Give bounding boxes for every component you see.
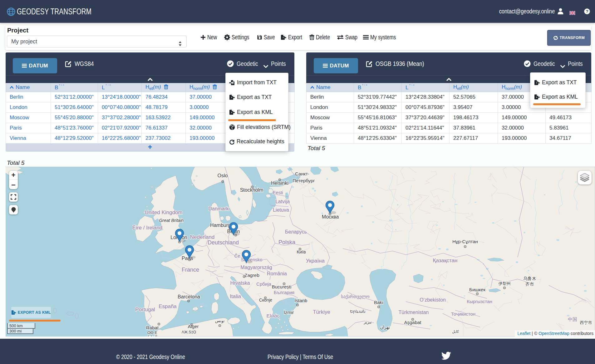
svg-text:Oslo: Oslo [218, 173, 228, 178]
svg-text:تهران: تهران [380, 325, 390, 330]
svg-text:Қазақстан: Қазақстан [433, 258, 458, 263]
svg-text:Україна: Україна [306, 258, 325, 264]
svg-text:Скопје: Скопје [259, 298, 273, 303]
svg-text:كابل: كابل [452, 329, 459, 334]
svg-text:Hrvatska: Hrvatska [230, 280, 250, 286]
svg-text:تبريز: تبريز [363, 320, 372, 325]
svg-text:Alger: Alger [188, 324, 199, 329]
svg-text:齐市: 齐市 [525, 282, 534, 287]
svg-text:ΛЖ.S‡O: ΛЖ.S‡O [182, 330, 196, 334]
svg-text:България: България [274, 290, 294, 295]
svg-text:Rabat: Rabat [146, 325, 159, 330]
svg-text:Če: Če [234, 253, 240, 258]
svg-text:Київ: Київ [297, 249, 306, 254]
svg-text:Polska: Polska [278, 239, 296, 245]
svg-text:中国: 中国 [568, 317, 577, 322]
svg-text:România: România [267, 271, 287, 276]
svg-text:Петербург: Петербург [293, 178, 315, 183]
svg-text:تونس: تونس [215, 318, 225, 323]
svg-text:Helsinki: Helsinki [271, 180, 288, 186]
svg-text:الرباط: الرباط [147, 334, 157, 337]
svg-text:United Kingdom: United Kingdom [145, 209, 183, 215]
svg-text:Portugal: Portugal [135, 307, 155, 312]
svg-text:Кыргызстан: Кыргызстан [467, 299, 492, 304]
svg-text:Deutschland: Deutschland [208, 239, 239, 246]
svg-text:Ελλάς: Ελλάς [267, 313, 279, 318]
svg-text:Danmark: Danmark [209, 206, 229, 211]
svg-text:Србија: Србија [256, 281, 271, 287]
svg-text:Great Britain: Great Britain [159, 218, 184, 223]
svg-text:İzmir: İzmir [284, 310, 294, 315]
svg-text:Lietuva: Lietuva [273, 207, 289, 213]
svg-text:Беларусь: Беларусь [285, 229, 307, 234]
svg-text:Latvija: Latvija [275, 199, 290, 204]
svg-text:Bakı: Bakı [374, 300, 383, 305]
svg-text:Türkmenistan: Türkmenistan [399, 310, 429, 315]
svg-text:İstanb: İstanb [295, 298, 307, 303]
svg-text:Magyarország: Magyarország [240, 265, 272, 270]
svg-text:საქართველო: საქართველო [341, 294, 369, 299]
svg-text:Türkiye: Türkiye [313, 309, 330, 315]
svg-text:西宁市: 西宁市 [580, 320, 592, 325]
svg-text:Zagreb: Zagreb [244, 273, 259, 278]
svg-text:Stockholm: Stockholm [240, 187, 263, 193]
svg-text:București: București [272, 284, 292, 289]
svg-text:Тоҷикистон: Тоҷикистон [451, 311, 475, 317]
svg-text:Бишкек: Бишкек [469, 287, 485, 292]
svg-text:Italia: Italia [230, 293, 241, 299]
svg-text:Hamburg: Hamburg [210, 223, 231, 228]
svg-text:O‘zbekiston: O‘zbekiston [420, 297, 446, 303]
svg-text:Нұр-Сұлтан: Нұр-Сұлтан [452, 239, 478, 244]
svg-text:伊犁州: 伊犁州 [499, 281, 511, 286]
svg-text:France: France [182, 267, 199, 273]
svg-text:?: ? [586, 9, 588, 14]
svg-text:Eesti: Eesti [273, 190, 283, 195]
svg-text:Barcelona: Barcelona [178, 294, 200, 299]
svg-text:Санкт-: Санкт- [295, 171, 309, 176]
svg-text:Éire / Ireland: Éire / Ireland [132, 225, 162, 231]
svg-text:Երևան: Երևան [350, 309, 365, 314]
svg-text:乌鲁木: 乌鲁木 [523, 276, 536, 281]
svg-text:España: España [159, 303, 177, 309]
